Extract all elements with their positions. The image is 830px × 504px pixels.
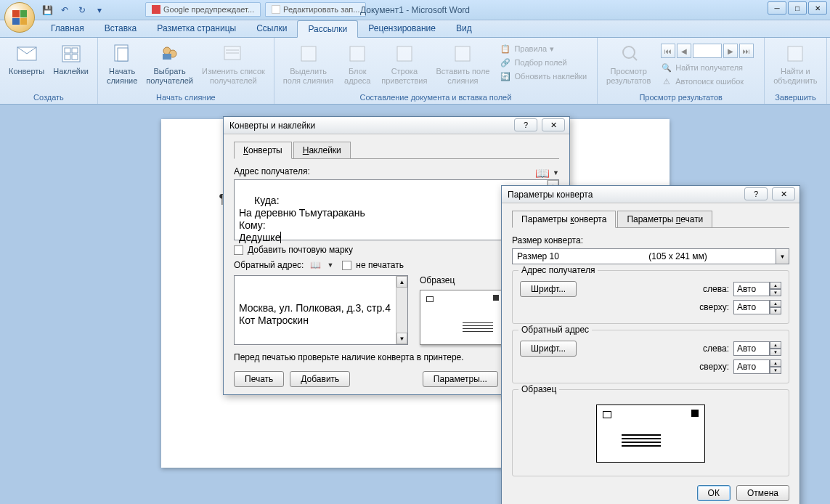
start-merge-button[interactable]: Начать слияние xyxy=(104,41,140,86)
tab-home[interactable]: Главная xyxy=(41,20,94,37)
qat-undo-icon[interactable]: ↶ xyxy=(58,4,71,17)
tab-references[interactable]: Ссылки xyxy=(246,20,297,37)
record-number-input[interactable] xyxy=(693,44,722,58)
dialog2-help-button[interactable]: ? xyxy=(744,187,768,200)
background-browser-tabs: Google предупреждает... Редактировать за… xyxy=(145,2,366,17)
return-dropdown-icon[interactable]: ▼ xyxy=(327,261,333,269)
next-record-button[interactable]: ▶ xyxy=(723,44,738,58)
edit-recipient-list-button: Изменить список получателей xyxy=(199,41,268,86)
no-print-label: не печатать xyxy=(356,260,404,270)
group-start-merge: Начать слияние Выбрать получателей Измен… xyxy=(98,38,274,104)
dialog2-tab-print-params[interactable]: Параметры печати xyxy=(617,211,712,228)
recipient-address-group: Адрес получателя Шрифт... слева: ▲▼ свер… xyxy=(512,270,789,324)
maximize-button[interactable]: □ xyxy=(788,1,807,15)
first-record-button[interactable]: ⏮ xyxy=(661,44,675,58)
svg-line-19 xyxy=(633,57,637,60)
return-top-input[interactable] xyxy=(733,359,770,374)
group-finish: Найти и объединить Завершить xyxy=(765,38,826,104)
select-recipients-icon xyxy=(158,42,182,65)
dialog1-tab-envelopes[interactable]: Конверты xyxy=(234,142,292,159)
envelope-size-label: Размер конверта: xyxy=(512,235,789,245)
qat-redo-icon[interactable]: ↻ xyxy=(76,4,89,17)
address-icon xyxy=(346,42,369,65)
svg-rect-15 xyxy=(350,46,365,61)
rules-icon: 📋 xyxy=(500,43,511,54)
add-stamp-label: Добавить почтовую марку xyxy=(248,245,353,255)
group-preview-label: Просмотр результатов xyxy=(602,92,760,102)
envelope-sample[interactable] xyxy=(420,290,504,345)
last-record-button[interactable]: ⏭ xyxy=(739,44,754,58)
dialog1-help-button[interactable]: ? xyxy=(514,118,537,131)
envelopes-button[interactable]: Конверты xyxy=(6,41,47,78)
recipient-font-button[interactable]: Шрифт... xyxy=(520,281,577,297)
recipient-left-input[interactable] xyxy=(733,282,770,296)
group-create: Конверты Наклейки Создать xyxy=(0,38,98,104)
return-address-textarea[interactable]: Москва, ул. Полковая, д.3, стр.4 Кот Мат… xyxy=(234,275,408,345)
ribbon: Конверты Наклейки Создать Начать слияние… xyxy=(0,38,830,105)
dialog1-close-button[interactable]: ✕ xyxy=(542,118,565,131)
return-left-label: слева: xyxy=(703,344,729,354)
match-icon: 🔗 xyxy=(500,57,511,68)
group-create-label: Создать xyxy=(4,92,93,102)
sample-label: Образец xyxy=(420,275,504,285)
scroll-down-button-2[interactable]: ▼ xyxy=(396,333,407,344)
minimize-button[interactable]: ─ xyxy=(768,1,786,15)
qat-dropdown-icon[interactable]: ▾ xyxy=(93,4,106,17)
find-icon: 🔍 xyxy=(661,62,672,73)
svg-rect-14 xyxy=(301,46,316,61)
select-recipients-button[interactable]: Выбрать получателей xyxy=(143,41,196,86)
close-button[interactable]: ✕ xyxy=(808,1,827,15)
tab-mailings[interactable]: Рассылки xyxy=(297,20,358,38)
dialog1-titlebar[interactable]: Конверты и наклейки ? ✕ xyxy=(224,117,569,134)
address-dropdown-icon[interactable]: ▼ xyxy=(553,169,559,176)
dialog1-tab-labels[interactable]: Наклейки xyxy=(293,142,351,159)
match-fields-button: 🔗Подбор полей xyxy=(497,56,590,69)
spin-up-icon[interactable]: ▲ xyxy=(770,359,781,367)
spin-down-icon[interactable]: ▼ xyxy=(770,307,781,314)
insert-field-icon xyxy=(451,42,474,65)
envelope-icon xyxy=(15,42,38,65)
prev-record-button[interactable]: ◀ xyxy=(677,44,691,58)
return-left-input[interactable] xyxy=(733,341,770,356)
group-start-label: Начать слияние xyxy=(102,92,269,102)
scroll-up-button-2[interactable]: ▲ xyxy=(396,276,407,288)
spin-down-icon[interactable]: ▼ xyxy=(770,367,781,374)
tab-view[interactable]: Вид xyxy=(446,20,482,37)
ok-button[interactable]: ОК xyxy=(697,485,731,501)
group-write-insert: Выделить поля слияния Блок адреса Строка… xyxy=(274,38,598,104)
address-book-icon[interactable]: 📖 xyxy=(535,167,550,179)
insert-merge-field-button: Вставить поле слияния xyxy=(433,41,492,86)
recipient-top-input[interactable] xyxy=(733,300,770,314)
find-recipient-button: 🔍Найти получателя xyxy=(658,61,757,74)
dialog2-tab-env-params[interactable]: Параметры конверта xyxy=(512,211,616,228)
dialog2-close-button[interactable]: ✕ xyxy=(772,187,795,200)
add-button[interactable]: Добавить xyxy=(290,371,350,387)
labels-button[interactable]: Наклейки xyxy=(50,41,91,78)
cancel-button[interactable]: Отмена xyxy=(736,485,789,501)
spin-up-icon[interactable]: ▲ xyxy=(770,282,781,289)
tab-insert[interactable]: Вставка xyxy=(94,20,147,37)
size-dropdown-icon[interactable]: ▼ xyxy=(776,248,789,264)
dialog2-titlebar[interactable]: Параметры конверта ? ✕ xyxy=(502,186,800,203)
rules-button: 📋Правила ▾ xyxy=(497,42,590,55)
qat-save-icon[interactable]: 💾 xyxy=(41,4,54,17)
office-button[interactable] xyxy=(4,2,35,33)
return-address-book-icon[interactable]: 📖 xyxy=(308,259,322,271)
preview-results-button: Просмотр результатов xyxy=(603,41,654,89)
tab-pagelayout[interactable]: Разметка страницы xyxy=(147,20,246,37)
print-button[interactable]: Печать xyxy=(234,371,284,387)
spin-up-icon[interactable]: ▲ xyxy=(770,341,781,349)
auto-check-errors-button: ⚠Автопоиск ошибок xyxy=(658,75,757,88)
update-icon: 🔄 xyxy=(500,70,511,82)
spin-down-icon[interactable]: ▼ xyxy=(770,289,781,296)
spin-up-icon[interactable]: ▲ xyxy=(770,300,781,307)
return-font-button[interactable]: Шрифт... xyxy=(520,341,577,357)
dialog2-title: Параметры конверта xyxy=(508,190,593,200)
greeting-icon xyxy=(393,42,416,65)
tab-review[interactable]: Рецензирование xyxy=(358,20,446,37)
envelope-size-select[interactable]: ▼ xyxy=(512,248,789,264)
no-print-checkbox[interactable] xyxy=(342,261,351,270)
dialog1-title: Конверты и наклейки xyxy=(229,121,315,131)
spin-down-icon[interactable]: ▼ xyxy=(770,349,781,356)
parameters-button[interactable]: Параметры... xyxy=(423,371,498,387)
